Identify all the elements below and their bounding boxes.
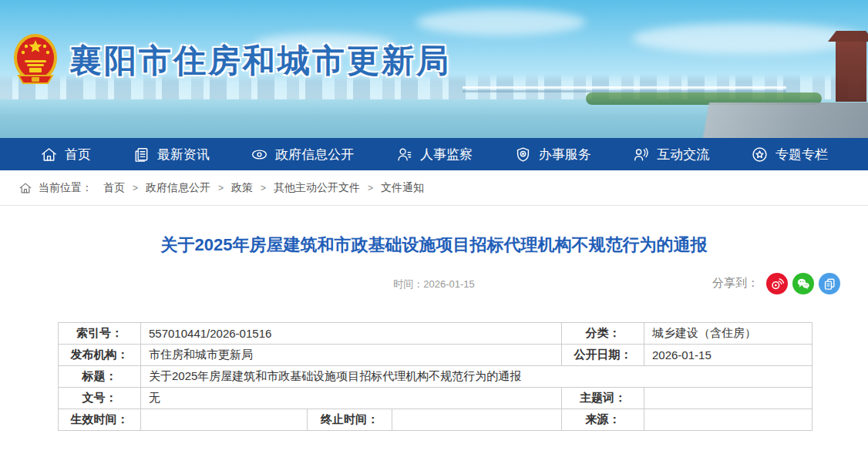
person-icon: [395, 146, 413, 163]
main-nav: 首页 最新资讯 政府信息公开 人事监察 办事服务: [0, 138, 868, 170]
breadcrumb-item-home[interactable]: 首页: [103, 181, 125, 195]
effective-date-label: 生效时间：: [59, 409, 141, 430]
effective-date-value: [141, 409, 308, 430]
road-decoration: [637, 103, 868, 138]
document-metadata-table: 索引号： 557010441/2026-01516 分类： 城乡建设（含住房） …: [58, 322, 868, 431]
index-number-value: 557010441/2026-01516: [141, 322, 562, 344]
table-row: 生效时间： 终止时间： 来源：: [59, 409, 812, 430]
pavilion-decoration: [836, 40, 866, 102]
table-row: 文号： 无 主题词：: [59, 387, 812, 409]
breadcrumb-location-label: 当前位置：: [39, 181, 93, 195]
nav-item-interaction[interactable]: 互动交流: [632, 146, 709, 163]
eye-icon: [251, 146, 268, 163]
cloud-decoration: [416, 9, 586, 35]
keywords-value: [644, 387, 812, 409]
breadcrumb-separator: >: [218, 183, 224, 193]
site-title: 襄阳市住房和城市更新局: [69, 39, 451, 82]
nav-item-label: 最新资讯: [157, 146, 210, 163]
site-banner: 襄阳市住房和城市更新局: [0, 0, 868, 138]
breadcrumb-item-gov-info[interactable]: 政府信息公开: [146, 181, 210, 195]
nav-item-gov-info[interactable]: 政府信息公开: [251, 146, 354, 163]
expiry-date-value: [392, 409, 562, 430]
nav-item-label: 互动交流: [657, 146, 709, 163]
source-value: [644, 409, 812, 430]
index-number-label: 索引号：: [59, 322, 141, 344]
share-label: 分享到：: [712, 276, 759, 291]
nav-item-label: 人事监察: [420, 146, 473, 163]
national-emblem-icon: [12, 32, 59, 89]
nav-item-label: 专题专栏: [775, 146, 828, 163]
breadcrumb: 当前位置： 首页 > 政府信息公开 > 政策 > 其他主动公开文件 > 文件通知: [0, 170, 868, 206]
issuing-agency-value: 市住房和城市更新局: [141, 344, 562, 365]
nav-item-news[interactable]: 最新资讯: [133, 146, 210, 163]
breadcrumb-item-other-public-docs[interactable]: 其他主动公开文件: [274, 181, 360, 195]
share-bar: 分享到：: [712, 273, 840, 294]
nav-item-label: 办事服务: [539, 146, 591, 163]
cloud-decoration: [632, 23, 863, 54]
breadcrumb-item-policy[interactable]: 政策: [231, 181, 253, 195]
publish-date-value: 2026-01-15: [644, 344, 812, 365]
bridge-decoration: [463, 86, 786, 89]
home-icon: [19, 181, 32, 195]
doc-title-value: 关于2025年房屋建筑和市政基础设施项目招标代理机构不规范行为的通报: [141, 365, 812, 387]
breadcrumb-item-doc-notice[interactable]: 文件通知: [381, 181, 424, 195]
article: 关于2025年房屋建筑和市政基础设施项目招标代理机构不规范行为的通报 时间：20…: [0, 206, 868, 431]
nav-item-home[interactable]: 首页: [40, 146, 91, 163]
news-icon: [133, 146, 150, 163]
date-label: 时间：: [393, 278, 423, 290]
people-chat-icon: [632, 146, 650, 163]
publish-date-label: 公开日期：: [562, 344, 644, 365]
doc-title-label: 标题：: [59, 365, 141, 387]
date-value: 2026-01-15: [423, 278, 475, 290]
source-label: 来源：: [562, 409, 644, 430]
doc-number-value: 无: [141, 387, 562, 409]
issuing-agency-label: 发布机构：: [59, 344, 141, 365]
nav-item-label: 政府信息公开: [275, 146, 354, 163]
breadcrumb-separator: >: [368, 183, 373, 193]
article-meta: 时间：2026-01-15 分享到：: [0, 273, 868, 296]
home-icon: [40, 146, 58, 163]
doc-number-label: 文号：: [59, 387, 141, 409]
nav-item-label: 首页: [65, 146, 91, 163]
table-row: 发布机构： 市住房和城市更新局 公开日期： 2026-01-15: [59, 344, 812, 365]
nav-item-services[interactable]: 办事服务: [514, 146, 591, 163]
star-circle-icon: [751, 146, 769, 163]
nav-item-special-columns[interactable]: 专题专栏: [751, 146, 828, 163]
table-row: 索引号： 557010441/2026-01516 分类： 城乡建设（含住房）: [59, 322, 812, 344]
expiry-date-label: 终止时间：: [308, 409, 392, 430]
weibo-share-icon[interactable]: [766, 273, 788, 294]
breadcrumb-separator: >: [133, 183, 138, 193]
article-title: 关于2025年房屋建筑和市政基础设施项目招标代理机构不规范行为的通报: [0, 234, 868, 257]
table-row: 标题： 关于2025年房屋建筑和市政基础设施项目招标代理机构不规范行为的通报: [59, 365, 812, 387]
shield-icon: [514, 146, 532, 163]
copy-share-icon[interactable]: [819, 273, 840, 294]
nav-item-personnel[interactable]: 人事监察: [395, 146, 473, 163]
page: 襄阳市住房和城市更新局 首页 最新资讯 政府信息公开 人事监察: [0, 0, 868, 454]
category-label: 分类：: [562, 322, 644, 344]
breadcrumb-separator: >: [261, 183, 266, 193]
wechat-share-icon[interactable]: [792, 273, 814, 294]
keywords-label: 主题词：: [562, 387, 644, 409]
category-value: 城乡建设（含住房）: [644, 322, 812, 344]
